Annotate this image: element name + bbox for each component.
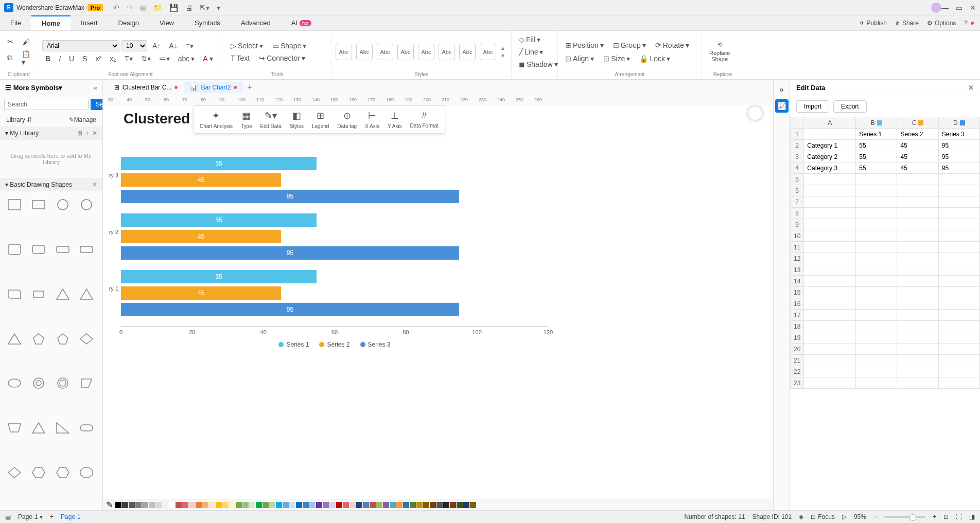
color-swatch[interactable] — [450, 502, 456, 508]
cell[interactable] — [897, 287, 938, 298]
lock-button[interactable]: 🔒 Lock▾ — [636, 53, 673, 64]
color-swatch[interactable] — [142, 502, 148, 508]
style-preset[interactable]: Abc — [459, 44, 476, 60]
color-swatch[interactable] — [249, 502, 255, 508]
shape-item[interactable] — [52, 330, 73, 348]
chart-tool-edit-data[interactable]: ✎▾Edit Data — [256, 109, 286, 130]
cell[interactable] — [856, 174, 897, 185]
print-icon[interactable]: 🖨 — [185, 4, 192, 12]
shape-item[interactable] — [4, 419, 25, 437]
color-swatch[interactable] — [122, 502, 128, 508]
share-button[interactable]: ⋔ Share — [895, 20, 919, 27]
zoom-in-icon[interactable]: + — [933, 513, 936, 520]
shape-item[interactable] — [76, 419, 97, 437]
cell[interactable] — [804, 377, 856, 389]
grow-font-icon[interactable]: A↑ — [149, 41, 164, 51]
cell[interactable] — [856, 264, 897, 276]
color-swatch[interactable] — [149, 502, 155, 508]
color-swatch[interactable] — [182, 502, 188, 508]
chart-tool-x-axis[interactable]: ⊢X Axis — [361, 109, 383, 130]
italic-icon[interactable]: I — [56, 53, 64, 64]
chart-tool-data-tag[interactable]: ⊙Data tag — [333, 109, 361, 130]
cell[interactable] — [897, 377, 938, 389]
color-swatch[interactable] — [416, 502, 423, 508]
bold-icon[interactable]: B — [42, 53, 54, 64]
cell[interactable] — [856, 377, 897, 389]
cell[interactable] — [856, 298, 897, 310]
style-preset[interactable]: Abc — [480, 44, 496, 60]
cell[interactable] — [897, 196, 938, 208]
zoom-slider[interactable] — [884, 516, 925, 518]
import-button[interactable]: Import — [796, 100, 829, 113]
qat-more-icon[interactable]: ▾ — [217, 4, 220, 12]
shape-item[interactable] — [76, 195, 97, 214]
shape-item[interactable] — [4, 374, 25, 392]
basic-shapes-section[interactable]: ▾ Basic Drawing Shapes — [5, 181, 72, 188]
add-page-icon[interactable]: + — [50, 513, 54, 520]
menu-insert[interactable]: Insert — [71, 15, 108, 30]
menu-design[interactable]: Design — [108, 15, 149, 30]
basic-close-icon[interactable]: ✕ — [92, 181, 97, 188]
shape-item[interactable] — [4, 195, 25, 214]
color-swatch[interactable] — [436, 502, 443, 508]
mylib-expand-icon[interactable]: ⊞ — [77, 130, 82, 137]
cell[interactable] — [804, 355, 856, 366]
menu-home[interactable]: Home — [31, 15, 71, 30]
cell[interactable]: 55 — [856, 151, 897, 163]
color-swatch[interactable] — [303, 502, 309, 508]
color-swatch[interactable] — [256, 502, 262, 508]
col-header[interactable]: A — [804, 117, 856, 129]
bar-segment[interactable]: 95 — [121, 190, 459, 203]
cell[interactable] — [897, 174, 938, 185]
color-swatch[interactable] — [176, 502, 182, 508]
tab-bar-chart2[interactable]: 📊 Bar Chart2 — [184, 82, 243, 93]
cell[interactable] — [804, 219, 856, 230]
bar-segment[interactable]: 55 — [121, 157, 317, 170]
cell[interactable] — [804, 287, 856, 298]
shape-tool[interactable]: ▭ Shape▾ — [269, 41, 309, 51]
shape-item[interactable] — [28, 463, 49, 482]
bullets-icon[interactable]: ≔▾ — [156, 53, 173, 64]
shrink-font-icon[interactable]: A↓ — [166, 41, 180, 51]
cell[interactable] — [897, 298, 938, 310]
cell[interactable] — [856, 253, 897, 264]
align-icon[interactable]: ≡▾ — [183, 41, 197, 51]
style-preset[interactable]: Abc — [356, 44, 373, 60]
cell[interactable] — [897, 264, 938, 276]
chart-tool-chart-analysis[interactable]: ✦Chart Analysis — [196, 109, 237, 130]
shape-item[interactable] — [4, 240, 25, 259]
publish-button[interactable]: ✈ Publish — [860, 20, 887, 27]
style-preset[interactable]: Abc — [418, 44, 434, 60]
cell[interactable] — [897, 208, 938, 219]
cell[interactable] — [897, 332, 938, 344]
group-button[interactable]: ⊡ Group▾ — [610, 40, 649, 50]
library-dropdown[interactable]: Library ⇵ — [6, 116, 32, 123]
cell[interactable] — [804, 321, 856, 332]
chart-tool-y-axis[interactable]: ⊥Y Axis — [383, 109, 406, 130]
color-swatch[interactable] — [343, 502, 349, 508]
cell[interactable] — [856, 355, 897, 366]
copy-icon[interactable]: ⧉ — [4, 49, 15, 67]
cell[interactable] — [938, 242, 979, 253]
cell[interactable]: Series 1 — [856, 129, 897, 140]
position-button[interactable]: ⊞ Position▾ — [562, 40, 607, 50]
underline-icon[interactable]: U — [66, 53, 77, 64]
superscript-icon[interactable]: x² — [92, 53, 104, 64]
bar-segment[interactable]: 45 — [121, 173, 281, 187]
redo-icon[interactable]: ↷ — [127, 4, 133, 12]
color-swatch[interactable] — [443, 502, 449, 508]
cut-icon[interactable]: ✂ — [4, 37, 16, 47]
menu-symbols[interactable]: Symbols — [184, 15, 231, 30]
cell[interactable] — [804, 310, 856, 321]
open-icon[interactable]: 📁 — [153, 4, 162, 12]
color-swatch[interactable] — [463, 502, 469, 508]
export-icon[interactable]: ⇱▾ — [200, 4, 209, 12]
shape-item[interactable] — [76, 330, 97, 348]
shape-item[interactable] — [28, 285, 49, 303]
shape-item[interactable] — [52, 419, 73, 437]
page-dropdown[interactable]: Page-1 ▾ — [18, 513, 43, 520]
color-swatch[interactable] — [129, 502, 135, 508]
shape-item[interactable] — [76, 285, 97, 303]
shape-item[interactable] — [52, 285, 73, 303]
size-button[interactable]: ⊡ Size▾ — [600, 53, 633, 64]
